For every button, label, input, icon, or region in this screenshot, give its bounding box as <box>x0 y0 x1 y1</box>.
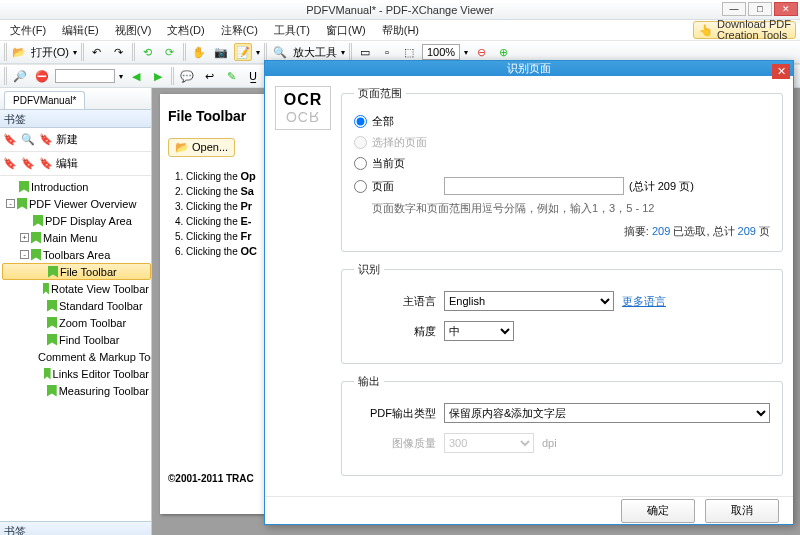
find-prev-button[interactable]: ◀ <box>127 67 145 85</box>
copyright-text: ©2001-2011 TRAC <box>168 473 254 484</box>
dialog-close-button[interactable]: ✕ <box>772 64 790 79</box>
zoom-plus-button[interactable]: ⊕ <box>494 43 512 61</box>
actual-size-button[interactable]: ▭ <box>356 43 374 61</box>
hand-tool-button[interactable]: ✋ <box>190 43 208 61</box>
menu-bar: 文件(F) 编辑(E) 视图(V) 文档(D) 注释(C) 工具(T) 窗口(W… <box>0 20 800 40</box>
find-input[interactable] <box>55 69 115 83</box>
fit-width-button[interactable]: ⬚ <box>400 43 418 61</box>
bookmark-new-icon[interactable]: 🔖 <box>2 132 18 148</box>
tree-expand-icon[interactable]: + <box>20 233 29 242</box>
window-close-button[interactable]: ✕ <box>774 2 798 16</box>
zoom-out-button[interactable]: 🔍 <box>271 43 289 61</box>
output-type-select[interactable]: 保留原内容&添加文字层 <box>444 403 770 423</box>
menu-document[interactable]: 文档(D) <box>161 21 210 40</box>
find-button[interactable]: 🔎 <box>11 67 29 85</box>
select-tool-button[interactable]: 📝 <box>234 43 252 61</box>
zoom-minus-button[interactable]: ⊖ <box>472 43 490 61</box>
bookmark-item[interactable]: Standard Toolbar <box>2 297 151 314</box>
toolbar-grip[interactable] <box>183 43 186 61</box>
bookmark-label: Introduction <box>31 181 88 193</box>
toolbar-grip[interactable] <box>4 67 7 85</box>
callout-button[interactable]: ↩︎ <box>200 67 218 85</box>
range-pages-radio[interactable] <box>354 180 367 193</box>
page-range-legend: 页面范围 <box>354 86 406 101</box>
tree-expand-icon[interactable]: - <box>6 199 15 208</box>
tree-expand-icon[interactable]: - <box>20 250 29 259</box>
bookmark-icon[interactable]: 🔖 <box>38 132 54 148</box>
toolbar-grip[interactable] <box>264 43 267 61</box>
stop-button[interactable]: ⛔ <box>33 67 51 85</box>
bookmark-item[interactable]: Introduction <box>2 178 151 195</box>
bookmark-icon <box>47 300 57 312</box>
window-titlebar: PDFVManual* - PDF-XChange Viewer — □ ✕ <box>0 0 800 20</box>
range-all-radio[interactable] <box>354 115 367 128</box>
menu-file[interactable]: 文件(F) <box>4 21 52 40</box>
undo-button[interactable]: ↶ <box>88 43 106 61</box>
bookmark-item[interactable]: Measuring Toolbar <box>2 382 151 399</box>
bookmark-label: Links Editor Toolbar <box>53 368 149 380</box>
document-tab[interactable]: PDFVManual* <box>4 91 85 109</box>
rotate-cw-button[interactable]: ⟳ <box>161 43 179 61</box>
sidebar-edit-button[interactable]: 编辑 <box>56 156 78 171</box>
bookmark-icon <box>19 181 29 193</box>
bookmark-collapse-icon[interactable]: 🔖 <box>20 156 36 172</box>
dialog-cancel-button[interactable]: 取消 <box>705 499 779 523</box>
toolbar-grip[interactable] <box>132 43 135 61</box>
menu-help[interactable]: 帮助(H) <box>376 21 425 40</box>
bookmark-item[interactable]: File Toolbar <box>2 263 151 280</box>
pointer-icon: 👆 <box>698 22 714 38</box>
bookmark-item[interactable]: Zoom Toolbar <box>2 314 151 331</box>
toolbar-grip[interactable] <box>349 43 352 61</box>
bookmark-item[interactable]: PDF Display Area <box>2 212 151 229</box>
range-pages-input[interactable] <box>444 177 624 195</box>
fit-page-button[interactable]: ▫ <box>378 43 396 61</box>
sidebar-footer[interactable]: 书签 <box>0 521 151 535</box>
accuracy-label: 精度 <box>354 324 436 339</box>
snapshot-tool-button[interactable]: 📷 <box>212 43 230 61</box>
sidebar-new-button[interactable]: 新建 <box>56 132 78 147</box>
toolbar-grip[interactable] <box>4 43 7 61</box>
range-current-radio[interactable] <box>354 157 367 170</box>
recognize-legend: 识别 <box>354 262 384 277</box>
note-button[interactable]: 💬 <box>178 67 196 85</box>
accuracy-select[interactable]: 中 <box>444 321 514 341</box>
bookmark-item[interactable]: +Main Menu <box>2 229 151 246</box>
menu-tool[interactable]: 工具(T) <box>268 21 316 40</box>
dialog-ok-button[interactable]: 确定 <box>621 499 695 523</box>
underline-button[interactable]: U̲ <box>244 67 262 85</box>
bookmark-item[interactable]: Find Toolbar <box>2 331 151 348</box>
toolbar-grip[interactable] <box>81 43 84 61</box>
lang-select[interactable]: English <box>444 291 614 311</box>
zoom-tool-label[interactable]: 放大工具 <box>293 45 337 60</box>
open-button[interactable]: 打开(O) <box>31 45 69 60</box>
zoom-value[interactable]: 100% <box>422 44 460 60</box>
bookmark-search-icon[interactable]: 🔍 <box>20 132 36 148</box>
bookmark-item[interactable]: Comment & Markup Toolbar <box>2 348 151 365</box>
rotate-ccw-button[interactable]: ⟲ <box>139 43 157 61</box>
more-languages-link[interactable]: 更多语言 <box>622 294 666 309</box>
image-quality-label: 图像质量 <box>354 436 436 451</box>
window-maximize-button[interactable]: □ <box>748 2 772 16</box>
range-hint: 页面数字和页面范围用逗号分隔，例如，输入1，3，5 - 12 <box>372 201 770 216</box>
toolbar-grip[interactable] <box>171 67 174 85</box>
menu-edit[interactable]: 编辑(E) <box>56 21 105 40</box>
find-next-button[interactable]: ▶ <box>149 67 167 85</box>
bookmark-item[interactable]: -Toolbars Area <box>2 246 151 263</box>
bookmark-item[interactable]: -PDF Viewer Overview <box>2 195 151 212</box>
recognize-group: 识别 主语言 English 更多语言 精度 中 <box>341 262 783 364</box>
window-minimize-button[interactable]: — <box>722 2 746 16</box>
dialog-title: 识别页面 <box>507 61 551 76</box>
bookmark-label: Zoom Toolbar <box>59 317 126 329</box>
menu-view[interactable]: 视图(V) <box>109 21 158 40</box>
highlight-button[interactable]: ✎ <box>222 67 240 85</box>
bookmark-item[interactable]: Links Editor Toolbar <box>2 365 151 382</box>
bookmark-expand-icon[interactable]: 🔖 <box>2 156 18 172</box>
menu-window[interactable]: 窗口(W) <box>320 21 372 40</box>
bookmark-edit-icon[interactable]: 🔖 <box>38 156 54 172</box>
bookmark-tree[interactable]: Introduction-PDF Viewer OverviewPDF Disp… <box>0 176 151 521</box>
dialog-titlebar[interactable]: 识别页面 ✕ <box>265 61 793 76</box>
menu-comment[interactable]: 注释(C) <box>215 21 264 40</box>
bookmark-item[interactable]: Rotate View Toolbar <box>2 280 151 297</box>
download-pdf-tools-button[interactable]: 👆 Download PDF Creation Tools <box>693 21 796 39</box>
redo-button[interactable]: ↷ <box>110 43 128 61</box>
